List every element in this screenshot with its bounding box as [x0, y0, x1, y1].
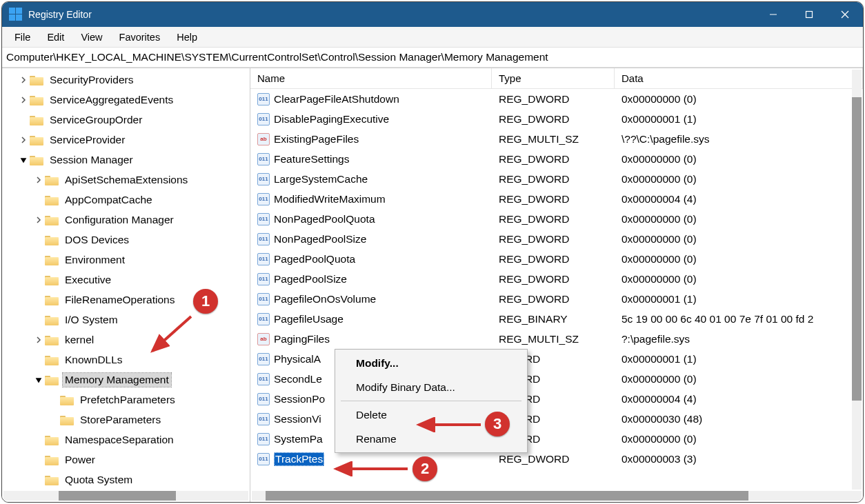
tree-item[interactable]: Executive [2, 270, 250, 290]
value-row[interactable]: 011ModifiedWriteMaximumREG_DWORD0x000000… [250, 189, 863, 209]
tree-item-label: Environment [63, 253, 127, 267]
value-row[interactable]: 011PagefileUsageREG_BINARY5c 19 00 00 6c… [250, 309, 863, 329]
value-name: SecondLe [274, 373, 322, 385]
tree-item-label: ServiceProvider [48, 133, 127, 147]
chevron-down-icon[interactable] [17, 157, 30, 163]
svg-line-4 [152, 316, 191, 351]
tree-item[interactable]: Memory Management [2, 370, 250, 390]
value-data: 0x00000004 (4) [615, 193, 863, 205]
value-data: 0x00000000 (0) [615, 273, 863, 285]
value-type: REG_DWORD [492, 233, 615, 245]
minimize-button[interactable] [755, 2, 791, 27]
chevron-right-icon[interactable] [32, 216, 45, 223]
binary-value-icon: 011 [257, 453, 270, 465]
tree-item[interactable]: SecurityProviders [2, 70, 250, 90]
context-modify-binary[interactable]: Modify Binary Data... [337, 375, 526, 399]
binary-value-icon: 011 [257, 413, 270, 425]
value-data: 0x00000001 (1) [615, 293, 863, 305]
chevron-down-icon[interactable] [32, 376, 45, 383]
title-bar[interactable]: Registry Editor [2, 2, 863, 27]
context-menu: Modify... Modify Binary Data... Delete R… [335, 349, 528, 453]
value-data: 5c 19 00 00 6c 40 01 00 7e 7f 01 00 fd 2 [615, 313, 863, 325]
tree-item[interactable]: kernel [2, 330, 250, 350]
chevron-right-icon[interactable] [17, 137, 30, 143]
value-row[interactable]: 011NonPagedPoolQuotaREG_DWORD0x00000000 … [250, 209, 863, 229]
value-data: 0x00000000 (0) [615, 93, 863, 105]
value-row[interactable]: 011ClearPageFileAtShutdownREG_DWORD0x000… [250, 89, 863, 109]
value-row[interactable]: 011LargeSystemCacheREG_DWORD0x00000000 (… [250, 169, 863, 189]
value-name: NonPagedPoolQuota [274, 213, 375, 225]
folder-icon [30, 114, 43, 125]
tree-item[interactable]: Environment [2, 250, 250, 270]
value-row[interactable]: 011PagefileOnOsVolumeREG_DWORD0x00000001… [250, 289, 863, 309]
maximize-button[interactable] [791, 2, 827, 27]
annotation-arrow-1 [147, 312, 195, 355]
value-data: 0x00000001 (1) [615, 353, 863, 365]
value-data: 0x00000000 (0) [615, 373, 863, 385]
tree-item[interactable]: Quota System [2, 470, 250, 490]
header-data[interactable]: Data [615, 68, 863, 88]
value-name: DisablePagingExecutive [274, 113, 389, 125]
tree-item[interactable]: PrefetchParameters [2, 390, 250, 410]
tree-item[interactable]: DOS Devices [2, 230, 250, 250]
value-row[interactable]: abPagingFilesREG_MULTI_SZ?:\pagefile.sys [250, 329, 863, 349]
tree-item[interactable]: StoreParameters [2, 410, 250, 430]
tree-item-label: Session Manager [48, 153, 135, 167]
value-type: REG_DWORD [492, 173, 615, 185]
context-modify[interactable]: Modify... [337, 351, 526, 375]
menu-file[interactable]: File [6, 29, 39, 46]
binary-value-icon: 011 [257, 193, 270, 205]
menu-view[interactable]: View [72, 29, 110, 46]
chevron-right-icon[interactable] [32, 336, 45, 343]
tree-horizontal-scrollbar[interactable] [3, 491, 248, 501]
value-data: 0x00000001 (1) [615, 113, 863, 125]
value-row[interactable]: 011DisablePagingExecutiveREG_DWORD0x0000… [250, 109, 863, 129]
value-type: REG_DWORD [492, 253, 615, 265]
binary-value-icon: 011 [257, 433, 270, 445]
value-name: PagedPoolSize [274, 273, 347, 285]
value-data: ?:\pagefile.sys [615, 333, 863, 345]
tree-item-label: ServiceGroupOrder [48, 113, 144, 127]
value-row[interactable]: 011NonPagedPoolSizeREG_DWORD0x00000000 (… [250, 229, 863, 249]
menu-favorites[interactable]: Favorites [111, 29, 169, 46]
header-type[interactable]: Type [492, 68, 615, 88]
list-horizontal-scrollbar[interactable] [252, 491, 862, 501]
tree-item[interactable]: Power [2, 450, 250, 470]
tree-item[interactable]: Configuration Manager [2, 210, 250, 230]
annotation-badge-3: 3 [485, 412, 510, 436]
tree-item[interactable]: ServiceAggregatedEvents [2, 90, 250, 110]
value-name: SessionPo [274, 393, 325, 405]
address-bar[interactable]: Computer\HKEY_LOCAL_MACHINE\SYSTEM\Curre… [2, 48, 863, 68]
close-button[interactable] [827, 2, 863, 27]
value-name: SessionVi [274, 413, 321, 425]
tree-item[interactable]: ServiceGroupOrder [2, 110, 250, 130]
tree-item-label: I/O System [63, 313, 120, 327]
chevron-right-icon[interactable] [17, 97, 30, 103]
tree-item[interactable]: ServiceProvider [2, 130, 250, 150]
value-row[interactable]: abExistingPageFilesREG_MULTI_SZ\??\C:\pa… [250, 129, 863, 149]
menu-help[interactable]: Help [168, 29, 206, 46]
tree-item[interactable]: KnownDLLs [2, 350, 250, 370]
tree-item[interactable]: I/O System [2, 310, 250, 330]
tree-item[interactable]: NamespaceSeparation [2, 430, 250, 450]
value-row[interactable]: 011PagedPoolQuotaREG_DWORD0x00000000 (0) [250, 249, 863, 269]
value-type: REG_DWORD [492, 213, 615, 225]
content-area: SecurityProvidersServiceAggregatedEvents… [2, 68, 863, 502]
value-type: REG_DWORD [492, 273, 615, 285]
value-data: 0x00000003 (3) [615, 453, 863, 465]
menu-edit[interactable]: Edit [39, 29, 72, 46]
chevron-right-icon[interactable] [32, 177, 45, 183]
tree-item[interactable]: Session Manager [2, 150, 250, 170]
binary-value-icon: 011 [257, 293, 270, 305]
folder-icon [45, 434, 59, 445]
value-row[interactable]: 011FeatureSettingsREG_DWORD0x00000000 (0… [250, 149, 863, 169]
tree-item[interactable]: ApiSetSchemaExtensions [2, 170, 250, 190]
tree-item[interactable]: AppCompatCache [2, 190, 250, 210]
list-vertical-scrollbar[interactable] [852, 70, 862, 490]
binary-value-icon: 011 [257, 273, 270, 285]
folder-icon [45, 294, 59, 305]
chevron-right-icon[interactable] [17, 77, 30, 83]
tree-list[interactable]: SecurityProvidersServiceAggregatedEvents… [2, 70, 250, 491]
value-row[interactable]: 011PagedPoolSizeREG_DWORD0x00000000 (0) [250, 269, 863, 289]
header-name[interactable]: Name [250, 68, 492, 88]
